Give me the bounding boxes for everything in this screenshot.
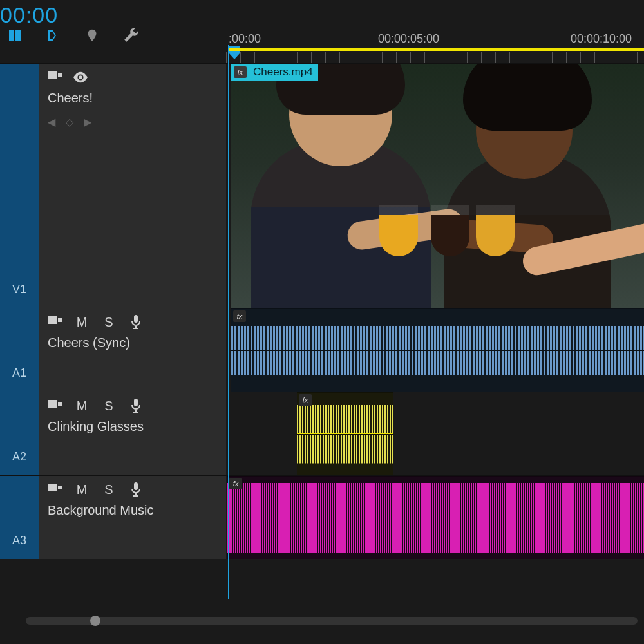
snap-toggle-icon[interactable] bbox=[6, 27, 23, 44]
waveform bbox=[227, 518, 644, 560]
scroll-thumb[interactable] bbox=[90, 616, 100, 626]
waveform bbox=[297, 434, 393, 476]
svg-rect-5 bbox=[134, 315, 138, 323]
playhead-line[interactable] bbox=[228, 45, 229, 599]
svg-rect-6 bbox=[48, 400, 57, 408]
svg-rect-3 bbox=[48, 316, 57, 324]
solo-button[interactable]: S bbox=[102, 399, 116, 413]
track-name-a3: Background Music bbox=[48, 503, 217, 518]
fx-badge-icon[interactable]: fx bbox=[234, 66, 247, 78]
ruler-tick-label: 00:00:10:00 bbox=[571, 32, 632, 46]
mic-icon[interactable] bbox=[129, 399, 143, 413]
track-header-a2[interactable]: A2 M S Clinking Glasses bbox=[0, 392, 226, 475]
waveform bbox=[231, 308, 644, 350]
track-header-v1[interactable]: V1 Cheers! ◀ ◇ ▶ bbox=[0, 63, 226, 308]
timeline-scroll[interactable] bbox=[26, 617, 638, 625]
add-keyframe-icon[interactable]: ◇ bbox=[66, 116, 73, 128]
eye-icon[interactable] bbox=[73, 70, 88, 84]
timeline-tracks: V1 Cheers! ◀ ◇ ▶ bbox=[0, 63, 644, 559]
ruler-tick-label: 00:00:05:00 bbox=[378, 32, 439, 46]
svg-rect-9 bbox=[48, 484, 57, 491]
clip-titlebar[interactable]: fx Cheers.mp4 bbox=[231, 64, 318, 80]
ruler-ticks bbox=[226, 52, 644, 63]
solo-button[interactable]: S bbox=[102, 482, 116, 497]
video-clip-cheers[interactable]: fx Cheers.mp4 bbox=[231, 64, 644, 308]
mic-icon[interactable] bbox=[129, 482, 143, 497]
marker-icon[interactable] bbox=[84, 27, 100, 44]
svg-rect-1 bbox=[58, 73, 62, 77]
timeline-ruler[interactable]: :00:00 00:00:05:00 00:00:10:00 bbox=[226, 32, 644, 63]
track-header-a1[interactable]: A1 M S Cheers (Sync) bbox=[0, 308, 226, 392]
mic-icon[interactable] bbox=[129, 315, 143, 329]
mute-button[interactable]: M bbox=[75, 315, 89, 329]
prev-keyframe-icon[interactable]: ◀ bbox=[48, 116, 55, 128]
ruler-tick-label: :00:00 bbox=[229, 32, 261, 46]
solo-button[interactable]: S bbox=[102, 315, 116, 329]
svg-rect-7 bbox=[58, 402, 62, 406]
track-name-a1: Cheers (Sync) bbox=[48, 336, 217, 350]
track-label-v1[interactable]: V1 bbox=[0, 64, 39, 308]
playhead-timecode[interactable]: 00:00 bbox=[0, 3, 58, 28]
fx-badge-icon[interactable]: fx bbox=[233, 310, 246, 322]
svg-rect-11 bbox=[134, 482, 138, 490]
track-body-a1[interactable]: fx bbox=[226, 308, 644, 392]
clip-thumbnail bbox=[231, 64, 644, 308]
track-label-a1[interactable]: A1 bbox=[0, 308, 39, 392]
clip-title: Cheers.mp4 bbox=[253, 66, 313, 79]
source-patching-icon[interactable] bbox=[48, 315, 62, 329]
mute-button[interactable]: M bbox=[75, 482, 89, 497]
track-name-v1: Cheers! bbox=[48, 91, 217, 106]
waveform bbox=[227, 476, 644, 518]
fx-badge-icon[interactable]: fx bbox=[229, 478, 242, 489]
waveform bbox=[231, 350, 644, 392]
track-body-v1[interactable]: fx Cheers.mp4 bbox=[226, 63, 644, 308]
source-patching-icon[interactable] bbox=[48, 399, 62, 413]
track-body-a2[interactable]: fx bbox=[226, 392, 644, 475]
audio-clip-a1[interactable]: fx bbox=[231, 308, 644, 392]
source-patching-icon[interactable] bbox=[48, 482, 62, 497]
track-header-a3[interactable]: A3 M S Background Music bbox=[0, 475, 226, 559]
fx-badge-icon[interactable]: fx bbox=[299, 394, 312, 406]
next-keyframe-icon[interactable]: ▶ bbox=[84, 116, 91, 128]
linked-selection-icon[interactable] bbox=[45, 27, 62, 44]
track-body-a3[interactable]: fx bbox=[226, 475, 644, 559]
source-patching-icon[interactable] bbox=[48, 70, 62, 84]
svg-rect-10 bbox=[58, 486, 62, 489]
wrench-icon[interactable] bbox=[122, 27, 139, 44]
track-label-a3[interactable]: A3 bbox=[0, 476, 39, 559]
track-label-a2[interactable]: A2 bbox=[0, 392, 39, 475]
svg-rect-8 bbox=[134, 399, 138, 406]
svg-rect-0 bbox=[48, 71, 57, 79]
audio-clip-a3[interactable]: fx bbox=[227, 476, 644, 559]
svg-rect-4 bbox=[58, 318, 62, 322]
mute-button[interactable]: M bbox=[75, 399, 89, 413]
track-name-a2: Clinking Glasses bbox=[48, 419, 217, 434]
work-area-bar[interactable] bbox=[228, 48, 644, 51]
audio-clip-a2[interactable]: fx bbox=[297, 392, 393, 475]
svg-point-2 bbox=[79, 75, 82, 79]
